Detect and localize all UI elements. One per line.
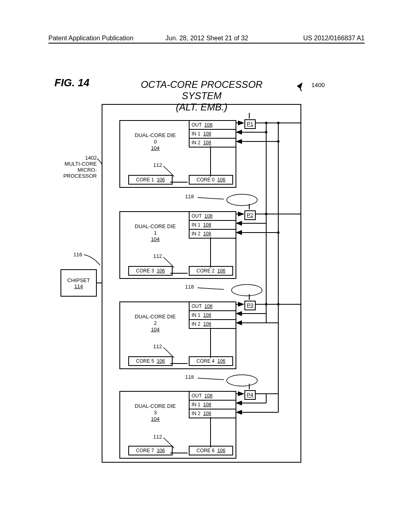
die-1: DUAL-CORE DIE 1 104 OUT 108 IN 1 108 IN … bbox=[119, 211, 236, 279]
chipset-block: CHIPSET 114 bbox=[60, 269, 97, 297]
die-1-core-right: CORE 2 106 bbox=[189, 266, 233, 276]
die-1-label: DUAL-CORE DIE 1 104 bbox=[133, 223, 177, 243]
ref-1400: 1400 bbox=[311, 81, 325, 88]
ref-1402-l2: MULTI-CORE bbox=[65, 161, 97, 167]
ref-1402-l3: MICRO- bbox=[77, 167, 97, 173]
die-2-label: DUAL-CORE DIE 2 104 bbox=[133, 314, 177, 333]
header-center: Jun. 28, 2012 Sheet 21 of 32 bbox=[165, 35, 248, 42]
die-3-label: DUAL-CORE DIE 3 104 bbox=[133, 403, 177, 422]
die-1-label-text: DUAL-CORE DIE 1 bbox=[135, 223, 176, 236]
ref-112-die1: 112 bbox=[153, 253, 162, 259]
die-0-out: OUT 108 bbox=[190, 121, 236, 130]
die-3-core-right: CORE 6 106 bbox=[189, 446, 233, 455]
die-3-core-left: CORE 7 106 bbox=[128, 446, 173, 455]
ref-118-b: 118 bbox=[185, 284, 194, 290]
ref-1402-l4: PROCESSOR bbox=[63, 173, 97, 179]
ref-118-a: 118 bbox=[185, 193, 194, 200]
die-3-num: 104 bbox=[151, 416, 160, 422]
die-0-label: DUAL-CORE DIE 0 104 bbox=[133, 132, 177, 152]
die-3-label-text: DUAL-CORE DIE 3 bbox=[135, 403, 176, 416]
die-1-io: OUT 108 IN 1 108 IN 2 108 bbox=[189, 211, 236, 239]
ref-1402-num: 1402 bbox=[85, 155, 97, 161]
die-1-in1: IN 1 108 bbox=[190, 221, 236, 230]
die-2-num: 104 bbox=[151, 326, 160, 332]
die-0-core-left: CORE 1 106 bbox=[128, 175, 173, 185]
die-2-core-right: CORE 4 106 bbox=[189, 356, 233, 366]
header-right: US 2012/0166837 A1 bbox=[303, 35, 365, 42]
die-1-in2: IN 2 108 bbox=[190, 230, 236, 238]
die-0-in2: IN 2 108 bbox=[190, 139, 236, 147]
die-0-io: OUT 108 IN 1 108 IN 2 108 bbox=[189, 120, 236, 148]
die-2-in1: IN 1 108 bbox=[190, 311, 236, 320]
die-3-in1: IN 1 108 bbox=[190, 401, 236, 409]
die-3-in2: IN 2 108 bbox=[190, 409, 236, 418]
die-2-label-text: DUAL-CORE DIE 2 bbox=[135, 314, 176, 326]
die-2-out: OUT 108 bbox=[190, 302, 236, 311]
chipset-num: 114 bbox=[74, 283, 83, 289]
die-0: DUAL-CORE DIE 0 104 OUT 108 IN 1 108 IN … bbox=[119, 120, 236, 188]
title-line-1: OCTA-CORE PROCESSOR SYSTEM bbox=[121, 79, 282, 102]
die-3-out: OUT 108 bbox=[190, 392, 236, 401]
figure-number: FIG. 14 bbox=[54, 77, 90, 89]
ref-116: 116 bbox=[73, 251, 82, 258]
pad-p3: P3 bbox=[244, 301, 256, 310]
die-1-out: OUT 108 bbox=[190, 212, 236, 221]
ref-1402: 1402 MULTI-CORE MICRO- PROCESSOR bbox=[60, 155, 97, 179]
die-0-num: 104 bbox=[151, 145, 160, 151]
die-0-label-text: DUAL-CORE DIE 0 bbox=[135, 132, 176, 145]
ref-112-die3: 112 bbox=[153, 434, 162, 440]
pad-p2: P2 bbox=[244, 210, 256, 220]
ref-112-die2: 112 bbox=[153, 343, 162, 349]
ref-118-c: 118 bbox=[185, 374, 194, 380]
page-header: Patent Application Publication Jun. 28, … bbox=[48, 35, 365, 42]
die-2-in2: IN 2 108 bbox=[190, 320, 236, 328]
die-3-io: OUT 108 IN 1 108 IN 2 108 bbox=[189, 391, 236, 418]
die-2-core-left: CORE 5 106 bbox=[128, 356, 173, 366]
ref-112-die0: 112 bbox=[153, 162, 162, 168]
header-left: Patent Application Publication bbox=[48, 35, 133, 42]
multi-core-processor-box: DUAL-CORE DIE 0 104 OUT 108 IN 1 108 IN … bbox=[102, 104, 301, 463]
die-3: DUAL-CORE DIE 3 104 OUT 108 IN 1 108 IN … bbox=[119, 391, 236, 459]
die-1-num: 104 bbox=[151, 236, 160, 242]
die-2-io: OUT 108 IN 1 108 IN 2 108 bbox=[189, 301, 236, 329]
chipset-label: CHIPSET bbox=[67, 277, 90, 283]
die-1-core-left: CORE 3 106 bbox=[128, 266, 173, 276]
die-0-in1: IN 1 108 bbox=[190, 130, 236, 139]
die-0-core-right: CORE 0 106 bbox=[189, 175, 233, 185]
header-divider bbox=[48, 43, 365, 44]
pad-p1: P1 bbox=[244, 119, 256, 129]
die-2: DUAL-CORE DIE 2 104 OUT 108 IN 1 108 IN … bbox=[119, 301, 236, 369]
pad-p4: P4 bbox=[244, 390, 256, 400]
